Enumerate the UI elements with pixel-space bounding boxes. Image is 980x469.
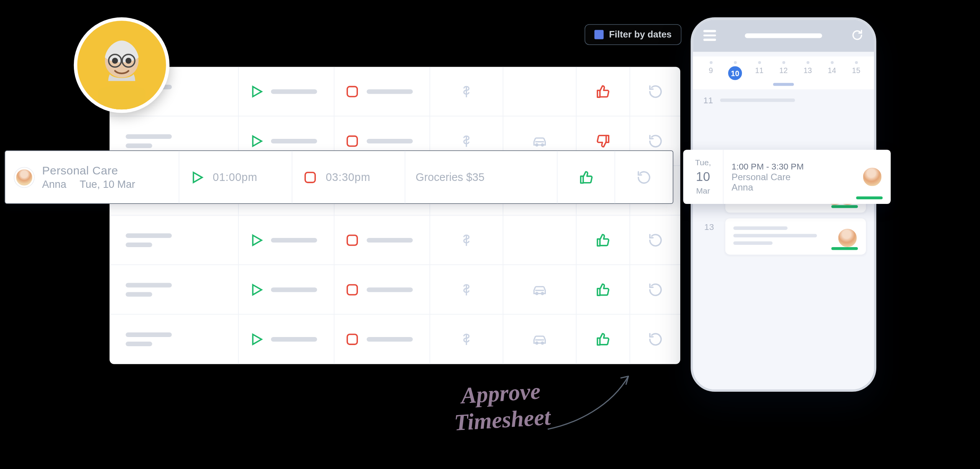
play-icon — [249, 134, 264, 148]
svg-rect-15 — [347, 334, 357, 344]
thumb-icon[interactable] — [596, 84, 611, 99]
card-service: Personal Care — [732, 172, 856, 182]
undo-icon[interactable] — [648, 84, 663, 99]
undo-icon[interactable] — [648, 233, 663, 248]
undo-icon[interactable] — [637, 170, 652, 185]
svg-rect-11 — [347, 285, 357, 295]
card-time-range: 1:00 PM - 3:30 PM — [732, 161, 856, 171]
thumbs-up-icon[interactable] — [578, 170, 593, 185]
car-icon — [532, 134, 547, 148]
date-chip[interactable]: 11 — [752, 61, 766, 80]
dollar-icon — [459, 84, 474, 99]
thumb-icon[interactable] — [596, 134, 611, 148]
annotation-arrow-icon — [542, 366, 640, 435]
filter-label: Filter by dates — [609, 29, 671, 40]
car-icon — [532, 282, 547, 297]
header-title-placeholder — [745, 33, 822, 38]
date-chip[interactable]: 10 — [728, 61, 742, 80]
thumb-icon[interactable] — [596, 332, 611, 347]
hamburger-icon[interactable] — [703, 30, 716, 43]
section-label-placeholder — [720, 98, 795, 102]
section-day-11: 11 — [703, 95, 713, 105]
car-icon — [532, 332, 547, 347]
svg-point-22 — [126, 58, 131, 64]
svg-point-21 — [112, 58, 118, 64]
date-chip[interactable]: 13 — [801, 61, 815, 80]
expense-text: Groceries $35 — [416, 171, 485, 184]
card-date-column: Tue, 10 Mar — [683, 150, 724, 204]
schedule-item[interactable]: 13 — [701, 218, 866, 255]
svg-marker-0 — [253, 86, 261, 96]
end-time: 03:30pm — [326, 171, 371, 184]
play-icon — [189, 170, 204, 185]
card-status-bar — [856, 197, 882, 200]
stop-icon — [345, 282, 359, 297]
client-avatar — [74, 17, 170, 113]
card-worker: Anna — [732, 182, 856, 193]
svg-rect-19 — [305, 172, 315, 182]
filter-by-dates-button[interactable]: Filter by dates — [584, 24, 681, 45]
shift-date: Tue, 10 Mar — [80, 178, 135, 190]
timesheet-row[interactable] — [109, 67, 680, 117]
date-chip[interactable]: 9 — [704, 61, 718, 80]
schedule-day-label: 13 — [701, 218, 717, 255]
calendar-swatch-icon — [594, 30, 603, 39]
dollar-icon — [459, 134, 474, 148]
date-chip[interactable]: 15 — [849, 61, 863, 80]
dollar-icon — [459, 233, 474, 248]
svg-marker-10 — [253, 285, 261, 295]
timesheet-table — [109, 67, 680, 364]
svg-marker-18 — [193, 172, 202, 182]
refresh-icon[interactable] — [851, 29, 864, 41]
card-worker-avatar — [862, 166, 882, 187]
play-icon — [249, 233, 264, 248]
undo-icon[interactable] — [648, 282, 663, 297]
play-icon — [249, 332, 264, 347]
stop-icon — [345, 84, 359, 99]
svg-rect-1 — [347, 86, 357, 96]
dollar-icon — [459, 332, 474, 347]
svg-marker-2 — [253, 136, 261, 146]
undo-icon[interactable] — [648, 332, 663, 347]
undo-icon[interactable] — [648, 134, 663, 148]
timesheet-row[interactable] — [109, 314, 680, 364]
worker-name: Anna — [42, 178, 66, 190]
stop-icon — [345, 134, 359, 148]
thumb-icon[interactable] — [596, 282, 611, 297]
worker-avatar — [15, 167, 34, 187]
stop-icon — [303, 170, 318, 185]
avatar — [837, 227, 858, 248]
dollar-icon — [459, 282, 474, 297]
service-name: Personal Care — [42, 164, 135, 177]
thumb-icon[interactable] — [596, 233, 611, 248]
phone-mockup: 9101112131415 11 1213 — [691, 17, 876, 392]
date-chip[interactable]: 12 — [777, 61, 791, 80]
svg-rect-3 — [347, 136, 357, 146]
stop-icon — [345, 233, 359, 248]
play-icon — [249, 282, 264, 297]
date-strip[interactable]: 9101112131415 — [693, 57, 874, 90]
svg-marker-8 — [253, 235, 261, 245]
start-time: 01:00pm — [213, 171, 258, 184]
phone-header — [693, 20, 874, 52]
svg-rect-9 — [347, 235, 357, 245]
timesheet-row-highlighted[interactable]: Personal Care Anna Tue, 10 Mar 01:00pm 0… — [5, 150, 673, 204]
date-chip[interactable]: 14 — [825, 61, 839, 80]
phone-highlighted-card[interactable]: Tue, 10 Mar 1:00 PM - 3:30 PM Personal C… — [683, 150, 891, 204]
play-icon — [249, 84, 264, 99]
stop-icon — [345, 332, 359, 347]
timesheet-row[interactable] — [109, 265, 680, 315]
timesheet-row[interactable] — [109, 215, 680, 265]
svg-marker-14 — [253, 334, 261, 344]
